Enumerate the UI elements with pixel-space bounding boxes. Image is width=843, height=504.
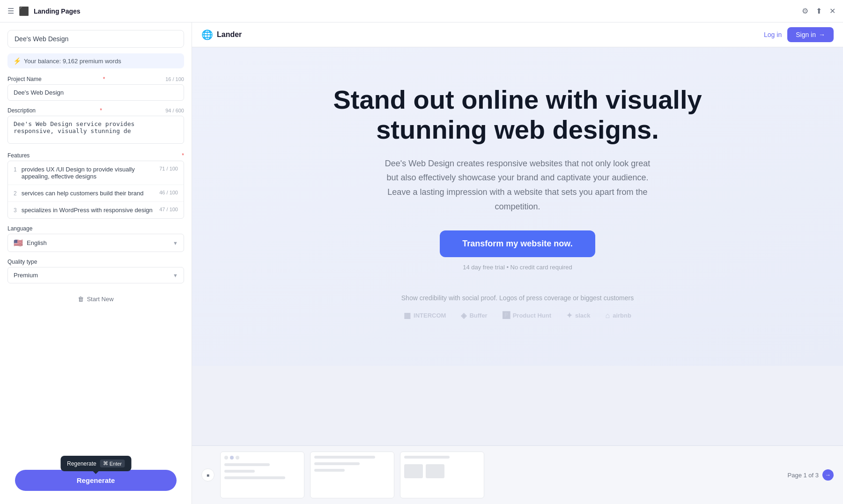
project-name-label: Project Name	[7, 76, 42, 82]
language-label-row: Language	[7, 225, 184, 232]
arrow-icon: →	[819, 31, 825, 38]
required-star: *	[103, 76, 105, 82]
project-name-counter: 16 / 100	[165, 76, 184, 82]
social-logos: ▦INTERCOM◈Buffer🅿Product Hunt✦slack⌂airb…	[220, 311, 815, 320]
thumb-row	[404, 464, 480, 478]
thumb-bar-7	[404, 456, 450, 459]
required-star-feat: *	[182, 152, 184, 159]
quality-chevron-icon: ▼	[173, 273, 178, 278]
quality-value: Premium	[14, 272, 38, 279]
hero-section: Stand out online with visually stunning …	[192, 47, 843, 366]
tooltip-kbd: ⌘ Enter	[100, 460, 125, 467]
social-proof-section: Show credibility with social proof. Logo…	[220, 294, 815, 320]
logo-name-1: Buffer	[469, 312, 487, 319]
titlebar-right: ⚙ ⬆ ✕	[802, 7, 836, 15]
feature-item-3: 3 specializes in WordPress with responsi…	[8, 202, 184, 218]
trash-icon: 🗑	[78, 296, 84, 303]
next-page-button[interactable]: →	[822, 469, 834, 481]
preview-header: 🌐 Lander Log in Sign in →	[192, 22, 843, 47]
right-panel: 🌐 Lander Log in Sign in → Stand out onli…	[192, 22, 843, 504]
logo-name-0: INTERCOM	[414, 312, 446, 319]
bottom-strip: ■	[192, 445, 843, 504]
titlebar: ☰ ⬛ Landing Pages ⚙ ⬆ ✕	[0, 0, 843, 22]
social-logo-product-hunt: 🅿Product Hunt	[503, 311, 551, 320]
thumb-bar-2	[224, 470, 255, 473]
preview-content: Stand out online with visually stunning …	[192, 47, 843, 445]
required-star-desc: *	[100, 107, 102, 114]
feature-num-3: 3	[14, 207, 17, 214]
thumb-dot-2	[230, 456, 234, 460]
quality-dropdown-left: Premium	[14, 272, 38, 279]
social-logo-intercom: ▦INTERCOM	[404, 311, 446, 320]
features-label-row: Features*	[7, 152, 184, 159]
thumb-dots	[224, 456, 300, 460]
hero-trial-text: 14 day free trial • No credit card requi…	[220, 264, 815, 271]
project-name-label-row: Project Name* 16 / 100	[7, 76, 184, 82]
logo-icon-2: 🅿	[503, 311, 510, 320]
cmd-icon: ⌘	[103, 460, 108, 467]
balance-text: Your balance: 9,162 premium words	[24, 58, 121, 65]
feature-counter-3: 47 / 100	[159, 207, 178, 212]
page-indicator-text: Page 1 of 3	[788, 472, 819, 479]
thumb-bar-3	[224, 476, 285, 479]
social-logo-airbnb: ⌂airbnb	[606, 311, 631, 320]
feature-counter-1: 71 / 100	[159, 166, 178, 171]
feature-text-3: specializes in WordPress with responsive…	[22, 207, 156, 214]
feature-item-2: 2 services can help customers build thei…	[8, 185, 184, 202]
hero-subtitle: Dee's Web Design creates responsive webs…	[382, 156, 653, 214]
thumbnail-1	[220, 452, 304, 498]
social-logo-slack: ✦slack	[566, 311, 591, 320]
thumbnail-2	[310, 452, 394, 498]
left-panel: ⚡ Your balance: 9,162 premium words Proj…	[0, 22, 192, 504]
hero-title: Stand out online with visually stunning …	[330, 85, 705, 145]
login-link[interactable]: Log in	[764, 31, 782, 38]
close-icon[interactable]: ✕	[829, 7, 836, 15]
feature-text-1: provides UX /UI Design to provide visual…	[22, 166, 156, 180]
start-new-label: Start New	[87, 296, 113, 303]
feature-counter-2: 46 / 100	[159, 190, 178, 195]
chevron-down-icon: ▼	[173, 240, 178, 246]
language-group: Language 🇺🇸 English ▼	[7, 225, 184, 252]
project-name-input[interactable]	[7, 84, 184, 101]
start-new-button[interactable]: 🗑 Start New	[7, 290, 184, 308]
language-label: Language	[7, 225, 32, 232]
language-value: English	[27, 239, 47, 246]
lightning-icon: ⚡	[13, 57, 21, 65]
share-icon[interactable]: ⬆	[816, 7, 822, 15]
logo-icon-0: ▦	[404, 311, 411, 320]
project-name-group: Project Name* 16 / 100	[7, 76, 184, 101]
features-group: Features* 1 provides UX /UI Design to pr…	[7, 152, 184, 219]
preview-brand: 🌐 Lander	[201, 29, 242, 40]
logo-icon-3: ✦	[566, 311, 572, 320]
description-label: Description	[7, 107, 36, 114]
balance-badge: ⚡ Your balance: 9,162 premium words	[7, 53, 184, 68]
settings-icon[interactable]: ⚙	[802, 7, 808, 15]
signin-button[interactable]: Sign in →	[787, 27, 834, 42]
thumb-dot-1	[224, 456, 228, 460]
hero-cta-button[interactable]: Transform my website now.	[440, 230, 595, 257]
stop-button[interactable]: ■	[201, 468, 214, 482]
logo-icon-1: ◈	[461, 311, 466, 320]
quality-dropdown[interactable]: Premium ▼	[7, 267, 184, 283]
regenerate-area: Regenerate ⌘ Enter Regenerate	[0, 470, 192, 498]
brand-name: Lander	[217, 30, 242, 39]
description-textarea[interactable]: Dee's Web Design service provides respon…	[7, 116, 184, 144]
feature-item-1: 1 provides UX /UI Design to provide visu…	[8, 161, 184, 185]
thumbnail-3	[400, 452, 484, 498]
thumb-bar-1	[224, 463, 270, 466]
logo-name-2: Product Hunt	[513, 312, 551, 319]
logo-name-3: slack	[575, 312, 591, 319]
social-logo-buffer: ◈Buffer	[461, 311, 487, 320]
tooltip-label: Regenerate	[67, 460, 96, 467]
features-label: Features	[7, 152, 30, 159]
quality-label: Quality type	[7, 259, 37, 265]
language-flag: 🇺🇸	[14, 238, 23, 247]
description-group: Description* 94 / 600 Dee's Web Design s…	[7, 107, 184, 146]
language-dropdown[interactable]: 🇺🇸 English ▼	[7, 234, 184, 252]
logo-name-4: airbnb	[613, 312, 631, 319]
project-search-input[interactable]	[7, 30, 184, 48]
titlebar-title: Landing Pages	[34, 7, 81, 15]
description-label-row: Description* 94 / 600	[7, 107, 184, 114]
feature-text-2: services can help customers build their …	[22, 190, 156, 197]
menu-icon[interactable]: ☰	[7, 7, 14, 15]
